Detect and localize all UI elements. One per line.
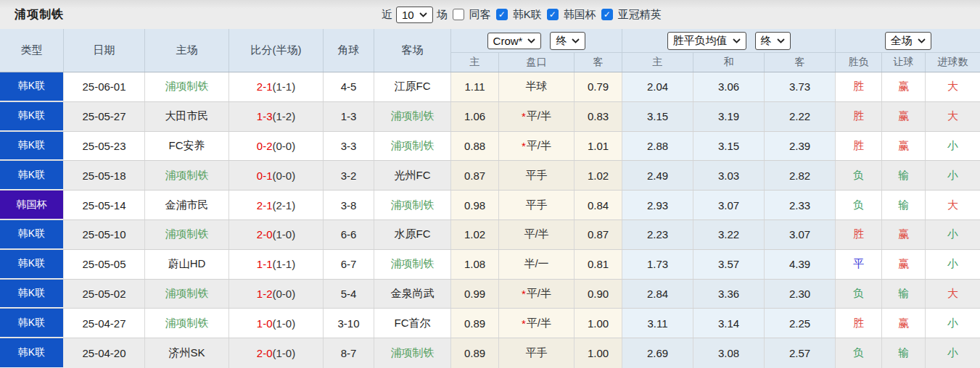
cell-odds-home: 0.89 xyxy=(451,338,499,368)
avg-stage-select[interactable]: 终 xyxy=(755,32,791,50)
check-icon: ✓ xyxy=(498,10,506,19)
score-fulltime: 1-1 xyxy=(257,258,273,270)
cell-goals-result: 大 xyxy=(926,191,980,219)
cell-avg-away: 2.22 xyxy=(765,102,836,131)
cell-corners: 6-7 xyxy=(324,250,374,279)
cell-odds-home: 0.88 xyxy=(451,132,499,161)
cell-avg-home: 2.93 xyxy=(622,191,693,219)
handicap-change-star: * xyxy=(522,288,526,300)
match-row: 韩K联25-05-23FC安养0-2(0-0)3-3浦项制铁0.88*平/半1.… xyxy=(0,132,980,162)
cell-corners: 3-2 xyxy=(324,161,374,190)
cell-home-team: 蔚山HD xyxy=(145,250,229,279)
chevron-down-icon xyxy=(777,38,785,43)
chevron-down-icon xyxy=(733,38,741,43)
score-fulltime: 2-1 xyxy=(257,80,273,93)
cell-corners: 1-3 xyxy=(324,102,374,131)
chevron-down-icon xyxy=(918,38,926,43)
cell-handicap: 平手 xyxy=(499,338,575,368)
score-fulltime: 2-0 xyxy=(257,347,273,359)
same-away-checkbox[interactable] xyxy=(453,9,464,20)
cell-spread-result: 输 xyxy=(882,191,926,219)
match-row: 韩K联25-04-20济州SK2-0(1-0)8-7浦项制铁0.89平手1.00… xyxy=(0,338,980,368)
cell-score: 1-0(1-0) xyxy=(229,309,324,338)
kleague-checkbox[interactable]: ✓ xyxy=(496,9,508,20)
cell-odds-away: 1.00 xyxy=(575,338,622,368)
cell-avg-away: 2.39 xyxy=(765,132,836,161)
cell-avg-draw: 3.19 xyxy=(693,102,765,131)
acl-elite-checkbox[interactable]: ✓ xyxy=(601,9,613,20)
matches-label: 场 xyxy=(437,8,448,22)
cell-away-team: FC首尔 xyxy=(374,309,451,338)
score-halftime: (1-0) xyxy=(273,317,296,330)
cell-handicap: *平/半 xyxy=(499,132,575,161)
cell-result: 胜 xyxy=(836,309,882,338)
recent-count-select[interactable]: 10 xyxy=(396,7,433,23)
cell-date: 25-05-23 xyxy=(64,132,145,161)
cell-result: 负 xyxy=(836,161,882,190)
score-halftime: (0-0) xyxy=(273,288,296,300)
score-fulltime: 1-3 xyxy=(257,110,273,122)
score-halftime: (0-0) xyxy=(273,170,296,182)
score-fulltime: 1-2 xyxy=(257,288,273,300)
match-row: 韩K联25-05-18浦项制铁0-1(0-0)3-2光州FC0.87平手1.02… xyxy=(0,161,980,191)
cell-goals-result: 小 xyxy=(926,132,980,161)
odds-provider-select[interactable]: Crow* xyxy=(487,33,542,49)
cell-home-team: 大田市民 xyxy=(145,102,229,131)
chevron-down-icon xyxy=(419,12,427,17)
sub-header-odds-home: 主 xyxy=(451,53,499,72)
cell-avg-away: 2.82 xyxy=(765,161,836,190)
cell-odds-home: 1.11 xyxy=(451,72,499,101)
match-row: 韩K联25-05-05蔚山HD1-1(1-1)6-7浦项制铁1.08半/一0.8… xyxy=(0,250,980,280)
cell-home-team: FC安养 xyxy=(145,132,229,161)
match-row: 韩K联25-06-01浦项制铁2-1(1-1)4-5江原FC1.11半球0.79… xyxy=(0,72,980,102)
cell-date: 25-04-27 xyxy=(64,309,145,338)
cell-handicap: 平/半 xyxy=(499,220,575,249)
cell-avg-home: 2.69 xyxy=(622,338,693,368)
cell-avg-home: 2.23 xyxy=(622,220,693,249)
fulltime-scope-value: 全场 xyxy=(891,34,913,48)
competition-type-badge: 韩K联 xyxy=(0,309,64,338)
cell-odds-home: 1.02 xyxy=(451,220,499,249)
recent-label: 近 xyxy=(382,8,392,22)
cell-corners: 8-7 xyxy=(324,338,374,368)
cell-score: 0-2(0-0) xyxy=(229,132,324,161)
cell-handicap: 半球 xyxy=(499,72,575,101)
cell-avg-draw: 3.22 xyxy=(693,220,765,249)
cell-avg-draw: 3.07 xyxy=(693,191,765,219)
avg-provider-select[interactable]: 胜平负均值 xyxy=(667,32,746,50)
handicap-change-star: * xyxy=(522,317,526,330)
match-rows: 韩K联25-06-01浦项制铁2-1(1-1)4-5江原FC1.11半球0.79… xyxy=(0,72,980,368)
cell-avg-home: 2.49 xyxy=(622,161,693,190)
kleague-label: 韩K联 xyxy=(513,8,542,22)
score-fulltime: 0-2 xyxy=(257,140,273,152)
odds-stage-select[interactable]: 终 xyxy=(550,32,585,50)
avg-stage-value: 终 xyxy=(761,34,772,48)
cell-spread-result: 输 xyxy=(882,280,926,309)
score-halftime: (1-0) xyxy=(273,347,296,359)
chevron-down-icon xyxy=(527,38,535,43)
cell-score: 2-1(2-1) xyxy=(229,191,324,219)
cell-spread-result: 输 xyxy=(882,161,926,190)
competition-type-badge: 韩K联 xyxy=(0,338,64,368)
cell-goals-result: 大 xyxy=(926,72,980,101)
fulltime-scope-select[interactable]: 全场 xyxy=(885,32,931,50)
cell-avg-away: 2.25 xyxy=(765,309,836,338)
cell-avg-draw: 3.03 xyxy=(693,161,765,190)
cell-away-team: 浦项制铁 xyxy=(374,250,451,279)
cell-score: 2-1(1-1) xyxy=(229,72,324,101)
match-row: 韩国杯25-05-14金浦市民2-1(2-1)3-8浦项制铁0.98平手0.84… xyxy=(0,191,980,220)
cell-handicap: 半/一 xyxy=(499,250,575,279)
col-header-type: 类型 xyxy=(0,29,64,72)
cell-date: 25-05-05 xyxy=(64,250,145,279)
cell-odds-home: 0.99 xyxy=(451,280,499,309)
competition-type-badge: 韩K联 xyxy=(0,72,64,101)
col-header-score: 比分(半场) xyxy=(229,29,324,72)
competition-type-badge: 韩K联 xyxy=(0,132,64,161)
cell-away-team: 江原FC xyxy=(374,72,451,101)
korea-cup-checkbox[interactable]: ✓ xyxy=(547,9,559,20)
cell-date: 25-04-20 xyxy=(64,338,145,368)
top-filter-bar: 浦项制铁 近 10 场 同客 ✓ 韩K联 ✓ 韩国杯 ✓ 亚冠精英 xyxy=(0,0,980,29)
score-halftime: (1-1) xyxy=(273,80,296,93)
sub-header-spread: 让球 xyxy=(882,53,926,72)
cell-handicap: *平/半 xyxy=(499,102,575,131)
